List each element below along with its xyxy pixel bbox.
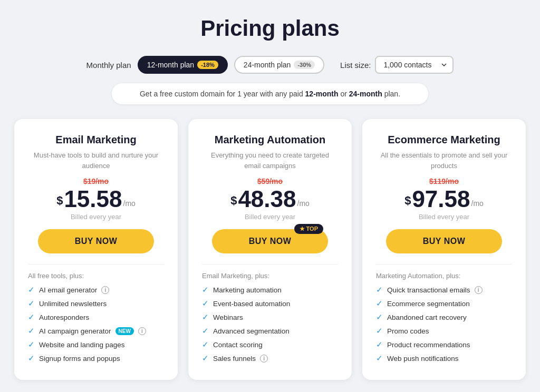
cards-container: Email Marketing Must-have tools to build…: [12, 119, 528, 380]
email-marketing-original-price: $19/mo: [28, 177, 164, 185]
marketing-automation-price-row: $ 48.38 /mo: [202, 188, 338, 211]
email-marketing-buy-button[interactable]: BUY NOW: [38, 229, 154, 253]
email-marketing-price-row: $ 15.58 /mo: [28, 188, 164, 211]
top-badge: ★ TOP: [294, 224, 323, 234]
list-size-label: List size:: [340, 61, 371, 70]
ecommerce-marketing-price-row: $ 97.58 /mo: [376, 188, 512, 211]
check-icon: ✓: [202, 326, 209, 336]
check-icon: ✓: [376, 354, 383, 363]
promo-highlight-24month: 24-month: [349, 90, 382, 98]
24-month-label: 24-month plan: [244, 61, 291, 69]
feature-text: Product recommendations: [387, 341, 470, 349]
ecommerce-marketing-features: ✓Quick transactional emailsi ✓Ecommerce …: [376, 285, 512, 363]
check-icon: ✓: [28, 354, 35, 363]
marketing-automation-dollar: $: [230, 194, 237, 208]
feature-text: Quick transactional emails: [387, 286, 470, 294]
list-item: ✓Advanced segmentation: [202, 326, 338, 336]
list-item: ✓Event-based automation: [202, 299, 338, 308]
list-item: ✓Sales funnelsi: [202, 354, 338, 363]
list-item: ✓Abandoned cart recovery: [376, 312, 512, 322]
list-item: ✓Signup forms and popups: [28, 354, 164, 363]
check-icon: ✓: [202, 340, 209, 349]
info-icon[interactable]: i: [101, 286, 109, 294]
email-marketing-price-unit: /mo: [123, 199, 136, 208]
list-item: ✓Marketing automation: [202, 285, 338, 295]
marketing-automation-divider: [202, 264, 338, 264]
feature-text: Ecommerce segmentation: [387, 300, 470, 308]
list-item: ✓Contact scoring: [202, 340, 338, 349]
email-marketing-billed: Billed every year: [28, 213, 164, 221]
feature-text: AI email generator: [39, 286, 97, 294]
list-item: ✓Web push notifications: [376, 354, 512, 363]
ecommerce-marketing-price-unit: /mo: [471, 199, 484, 208]
12-month-plan-button[interactable]: 12-month plan -18%: [138, 56, 228, 74]
marketing-automation-buy-wrapper: ★ TOP BUY NOW: [202, 229, 338, 253]
marketing-automation-billed: Billed every year: [202, 213, 338, 221]
marketing-automation-features-label: Email Marketing, plus:: [202, 272, 338, 280]
plan-selector: Monthly plan 12-month plan -18% 24-month…: [11, 56, 529, 74]
list-size-section: List size: 1,000 contacts 500 contacts 2…: [340, 56, 454, 74]
ecommerce-marketing-original-price: $119/mo: [376, 177, 512, 185]
ecommerce-marketing-price: 97.58: [412, 188, 470, 211]
check-icon: ✓: [28, 340, 35, 349]
feature-text: Advanced segmentation: [213, 327, 290, 335]
check-icon: ✓: [28, 299, 35, 308]
promo-banner: Get a free custom domain for 1 year with…: [112, 83, 428, 104]
feature-text: Autoresponders: [39, 313, 89, 321]
marketing-automation-title: Marketing Automation: [202, 134, 338, 146]
feature-text: Event-based automation: [213, 300, 290, 308]
ecommerce-marketing-divider: [376, 264, 512, 264]
ecommerce-marketing-buy-wrapper: BUY NOW: [376, 229, 512, 253]
feature-text: Sales funnels: [213, 355, 256, 362]
list-item: ✓Unlimited newsletters: [28, 299, 164, 308]
ecommerce-marketing-features-label: Marketing Automation, plus:: [376, 272, 512, 280]
marketing-automation-price: 48.38: [238, 188, 296, 211]
check-icon: ✓: [28, 312, 35, 322]
list-item: ✓Autoresponders: [28, 312, 164, 322]
marketing-automation-desc: Everything you need to create targeted e…: [202, 150, 338, 171]
feature-text: Website and landing pages: [39, 341, 125, 349]
check-icon: ✓: [202, 285, 209, 295]
list-item: ✓AI campaign generatorNEWi: [28, 326, 164, 336]
new-badge: NEW: [115, 327, 134, 335]
check-icon: ✓: [28, 285, 35, 295]
list-item: ✓Website and landing pages: [28, 340, 164, 349]
feature-text: AI campaign generator: [39, 327, 111, 335]
check-icon: ✓: [28, 326, 35, 336]
feature-text: Abandoned cart recovery: [387, 313, 467, 321]
12-month-discount-badge: -18%: [197, 61, 218, 69]
info-icon[interactable]: i: [138, 327, 146, 335]
list-size-select[interactable]: 1,000 contacts 500 contacts 2,500 contac…: [375, 56, 454, 74]
info-icon[interactable]: i: [260, 355, 268, 362]
check-icon: ✓: [202, 299, 209, 308]
marketing-automation-price-unit: /mo: [297, 199, 310, 208]
feature-text: Contact scoring: [213, 341, 263, 349]
feature-text: Webinars: [213, 313, 243, 321]
ecommerce-marketing-billed: Billed every year: [376, 213, 512, 221]
24-month-discount-badge: -30%: [294, 61, 315, 69]
check-icon: ✓: [202, 354, 209, 363]
check-icon: ✓: [376, 285, 383, 295]
list-item: ✓Webinars: [202, 312, 338, 322]
marketing-automation-original-price: $59/mo: [202, 177, 338, 185]
list-item: ✓Product recommendations: [376, 340, 512, 349]
ecommerce-marketing-buy-button[interactable]: BUY NOW: [386, 229, 502, 253]
feature-text: Marketing automation: [213, 286, 282, 294]
promo-highlight-12month: 12-month: [305, 90, 339, 98]
email-marketing-divider: [28, 264, 164, 264]
check-icon: ✓: [376, 299, 383, 308]
ecommerce-marketing-card: Ecommerce Marketing All the essentials t…: [362, 119, 526, 380]
info-icon[interactable]: i: [475, 286, 483, 294]
promo-text: Get a free custom domain for 1 year with…: [140, 90, 400, 98]
24-month-plan-button[interactable]: 24-month plan -30%: [234, 56, 324, 74]
monthly-plan-label: Monthly plan: [86, 61, 131, 70]
ecommerce-marketing-desc: All the essentials to promote and sell y…: [376, 150, 512, 171]
email-marketing-desc: Must-have tools to build and nurture you…: [28, 150, 164, 171]
marketing-automation-features: ✓Marketing automation ✓Event-based autom…: [202, 285, 338, 363]
email-marketing-card: Email Marketing Must-have tools to build…: [14, 119, 178, 380]
page-title: Pricing plans: [11, 16, 529, 41]
12-month-label: 12-month plan: [147, 61, 195, 69]
list-item: ✓Ecommerce segmentation: [376, 299, 512, 308]
feature-text: Signup forms and popups: [39, 355, 120, 362]
email-marketing-dollar: $: [56, 194, 63, 208]
